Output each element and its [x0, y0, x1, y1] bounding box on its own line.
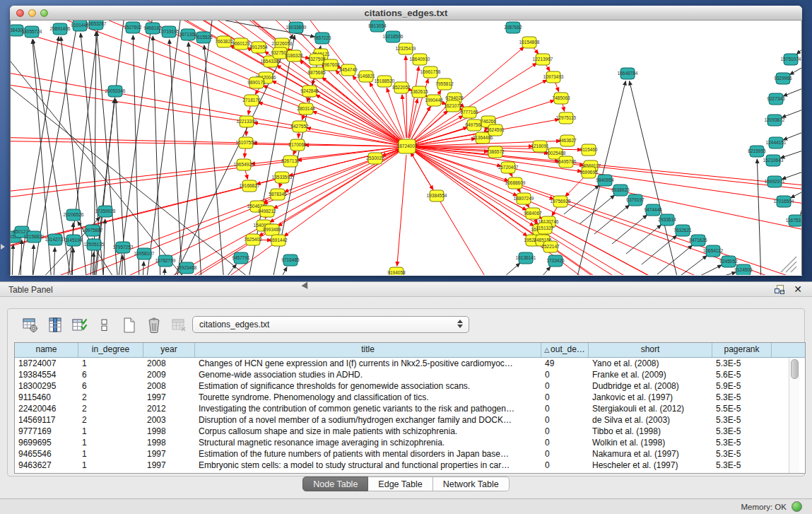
paper-node[interactable]: 3624591 [486, 124, 505, 136]
cell-name[interactable]: 18724007 [15, 358, 78, 369]
cited-node[interactable]: 8938923 [611, 185, 630, 196]
paper-node[interactable]: 2170066 [288, 139, 307, 151]
tab-network-table[interactable]: Network Table [433, 477, 510, 491]
paper-node[interactable]: 16107553 [236, 137, 257, 148]
cell-year[interactable]: 1997 [143, 460, 195, 471]
paper-node[interactable]: 16961758 [420, 66, 441, 78]
cell-pagerank[interactable]: 5.3E-5 [712, 437, 772, 448]
cited-node[interactable]: 8215955 [748, 146, 766, 157]
cell-year[interactable]: 1997 [143, 392, 195, 403]
cell-short[interactable]: Nakamura et al. (1997) [589, 448, 712, 460]
cell-name[interactable]: 9463627 [15, 460, 78, 471]
cell-in_degree[interactable]: 1 [78, 358, 143, 369]
cited-node[interactable]: 7615526 [194, 32, 213, 43]
close-panel-icon[interactable]: ✕ [794, 284, 802, 294]
cell-pagerank[interactable]: 5.3E-5 [712, 426, 772, 437]
cited-node[interactable]: 16782759 [155, 255, 176, 267]
paper-node[interactable]: 12213967 [533, 54, 553, 65]
paper-node[interactable]: 7625402 [244, 234, 262, 245]
paper-node[interactable]: 8427552 [290, 121, 309, 132]
cell-name[interactable]: 19384554 [15, 369, 78, 380]
table-scrollbar-thumb[interactable] [791, 359, 799, 379]
column-header-title[interactable]: title [195, 343, 541, 357]
cell-name[interactable]: 9699695 [15, 437, 78, 448]
cell-year[interactable]: 1997 [143, 448, 195, 460]
paper-node[interactable]: 10973493 [543, 71, 564, 83]
paper-node[interactable]: 8912954 [249, 42, 268, 53]
table-selector-dropdown[interactable]: citations_edges.txt [192, 316, 469, 333]
cell-pagerank[interactable]: 5.3E-5 [712, 358, 772, 369]
cell-in_degree[interactable]: 6 [78, 369, 143, 380]
cited-node[interactable]: 8471626 [689, 235, 707, 246]
cell-out_de[interactable]: 0 [541, 426, 589, 437]
cell-out_de[interactable]: 0 [541, 460, 589, 471]
paper-node[interactable]: 1151327 [536, 223, 554, 234]
row-height-button[interactable] [95, 316, 114, 334]
network-window-titlebar[interactable]: citations_edges.txt [10, 6, 802, 21]
paper-node[interactable]: 2718176 [242, 95, 261, 106]
cell-title[interactable]: Embryonic stem cells: a model to study s… [195, 460, 541, 471]
cell-in_degree[interactable]: 1 [78, 448, 143, 460]
cell-out_de[interactable]: 0 [541, 369, 589, 380]
cell-in_degree[interactable]: 1 [78, 426, 143, 437]
cited-node[interactable]: 6379197 [626, 194, 645, 206]
cell-pagerank[interactable]: 5.5E-5 [712, 403, 772, 414]
paper-node[interactable]: 9463627 [558, 135, 577, 146]
paper-node[interactable]: 1691442 [269, 235, 288, 246]
cell-name[interactable]: 9465546 [15, 448, 78, 460]
cell-title[interactable]: Estimation of significance thresholds fo… [195, 380, 541, 392]
cell-out_de[interactable]: 0 [541, 448, 589, 460]
paper-node[interactable]: 9890171 [247, 77, 266, 88]
cell-in_degree[interactable]: 2 [78, 414, 143, 426]
cell-in_degree[interactable]: 2 [78, 392, 143, 403]
cited-node[interactable]: 17957253 [113, 242, 134, 253]
cell-year[interactable]: 2009 [143, 369, 195, 380]
paper-node[interactable]: 10688609 [505, 177, 526, 189]
cited-node[interactable]: 9457791 [232, 252, 250, 264]
cited-node[interactable]: 9245052 [719, 256, 738, 267]
paper-node[interactable]: 15188520 [375, 76, 395, 87]
cited-node[interactable]: 7857223 [313, 33, 331, 44]
cited-node[interactable]: 9474444 [644, 204, 662, 216]
cited-node[interactable]: 14055724 [22, 26, 42, 37]
paper-node[interactable]: 1362615 [410, 86, 428, 98]
cited-node[interactable]: 8813054 [368, 21, 387, 32]
paper-node[interactable]: 18640910 [410, 54, 430, 65]
table-row[interactable]: 977716911998Corpus callosum shape and si… [15, 426, 805, 437]
cell-short[interactable]: de Silva et al. (2003) [589, 414, 712, 426]
paper-node[interactable]: 9115460 [580, 144, 598, 156]
paper-node[interactable]: 7955812 [435, 78, 454, 90]
cell-in_degree[interactable]: 1 [78, 460, 143, 471]
cited-node[interactable]: 16136141 [516, 252, 536, 264]
cell-pagerank[interactable]: 5.9E-5 [712, 380, 772, 392]
paper-node[interactable]: 19756928 [551, 196, 571, 207]
cited-node[interactable]: 7632621 [673, 225, 692, 236]
cell-name[interactable]: 9777169 [15, 426, 78, 437]
cited-node[interactable]: 9101446 [71, 21, 89, 31]
cited-node[interactable]: 1145194 [65, 235, 83, 246]
table-row[interactable]: 1872400712008Changes of HCN gene express… [15, 358, 805, 369]
table-row[interactable]: 911546021997Tourette syndrome. Phenomeno… [15, 392, 805, 403]
paper-node[interactable]: 7663822 [215, 36, 233, 47]
table-scrollbar[interactable] [789, 358, 799, 473]
cited-node[interactable]: 16958107 [134, 248, 155, 259]
cell-short[interactable]: Wolkin et al. (1998) [589, 437, 712, 448]
paper-node[interactable]: 9660123 [232, 38, 250, 49]
cited-node[interactable]: 12093872 [765, 115, 785, 126]
cited-node[interactable]: 9227343 [767, 93, 785, 105]
cell-out_de[interactable]: 0 [541, 380, 589, 392]
cited-node[interactable]: 9466163 [143, 23, 162, 34]
paper-node[interactable]: 12213393 [237, 116, 257, 127]
cited-node[interactable]: 9840954 [596, 175, 614, 186]
paper-node[interactable]: 18807249 [514, 193, 534, 204]
column-header-out_de[interactable]: △out_de… [541, 343, 589, 357]
cited-node[interactable]: 1527602 [124, 22, 142, 33]
cell-short[interactable]: Jankovic et al. (1997) [589, 392, 712, 403]
cited-node[interactable]: 16648784 [618, 68, 638, 79]
column-header-short[interactable]: short [589, 343, 712, 357]
import-table-button-disabled[interactable] [170, 316, 188, 334]
cited-node[interactable]: 1684307 [11, 25, 25, 36]
paper-node[interactable]: 9699695 [579, 167, 598, 178]
paper-node[interactable]: 16154808 [519, 37, 540, 48]
column-visibility-button[interactable] [46, 316, 64, 334]
